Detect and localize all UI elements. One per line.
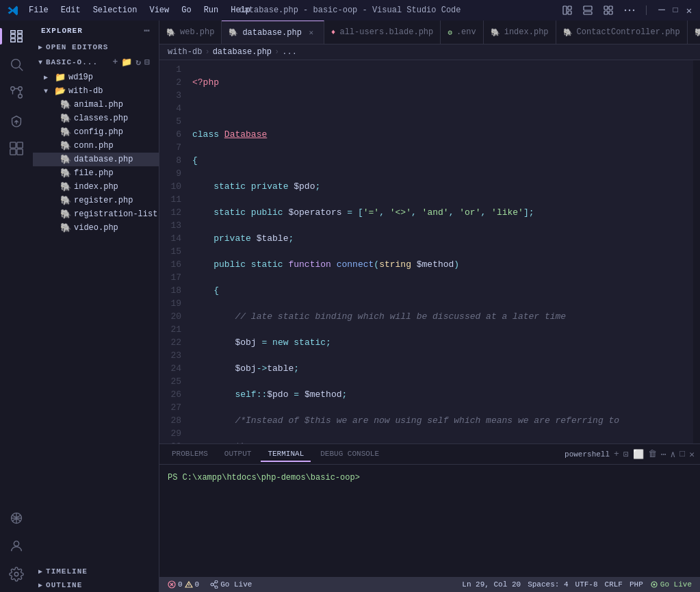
editor-scroll[interactable]: 1 2 3 4 5 6 7 8 9 10 11 12 13 14 15 16 (159, 60, 700, 443)
status-errors[interactable]: 0 0 (165, 577, 202, 592)
activity-extensions[interactable] (4, 136, 29, 161)
tab-web-php[interactable]: 🐘 web.php (159, 21, 222, 44)
activity-debug[interactable] (4, 108, 29, 133)
menu-edit[interactable]: Edit (55, 4, 86, 16)
tab-close-database[interactable]: ✕ (306, 27, 317, 38)
status-position[interactable]: Ln 29, Col 20 (459, 580, 523, 589)
status-spaces[interactable]: Spaces: 4 (525, 580, 571, 589)
title-bar: File Edit Selection View Go Run Help dat… (0, 0, 700, 21)
menu-run[interactable]: Run (198, 4, 224, 16)
svg-point-30 (215, 586, 218, 589)
status-bar: 0 0 Go Live Ln 29, Col 20 Spaces: 4 UTF-… (159, 577, 700, 592)
tab-all-users-blade[interactable]: ♦ all-users.blade.php (324, 21, 441, 44)
minimize-icon[interactable] (583, 5, 593, 15)
line-numbers: 1 2 3 4 5 6 7 8 9 10 11 12 13 14 15 16 (159, 60, 187, 443)
tree-item-config[interactable]: 🐘 config.php (33, 125, 159, 139)
tree-item-index[interactable]: 🐘 index.php (33, 180, 159, 194)
breadcrumb: with-db › database.php › ... (159, 44, 700, 60)
more-icon[interactable] (624, 5, 635, 15)
tab-userp[interactable]: 🐘 UserP (688, 21, 700, 44)
collapse-btn[interactable]: ⊟ (144, 57, 151, 68)
svg-rect-3 (584, 6, 592, 10)
code-content[interactable]: <?php class Database { static private $p… (187, 60, 693, 443)
status-encoding[interactable]: UTF-8 (573, 580, 601, 589)
activity-account[interactable] (4, 534, 29, 558)
activity-explorer[interactable] (4, 24, 29, 49)
tree-item-file[interactable]: 🐘 file.php (33, 166, 159, 180)
tab-index-php[interactable]: 🐘 index.php (484, 21, 556, 44)
activity-search[interactable] (4, 52, 29, 77)
tree-item-register[interactable]: 🐘 register.php (33, 194, 159, 207)
timeline-section[interactable]: ▶ Timeline (33, 565, 159, 578)
warning-count: 0 (195, 580, 200, 589)
layout-icon[interactable] (562, 5, 572, 15)
panel-tab-output[interactable]: OUTPUT (218, 447, 259, 462)
svg-point-15 (18, 94, 23, 99)
panel-close-icon[interactable]: ✕ (689, 449, 695, 460)
close-window-button[interactable]: ✕ (685, 6, 693, 14)
delete-terminal-icon[interactable]: 🗑 (648, 449, 657, 459)
breadcrumb-with-db[interactable]: with-db (168, 47, 202, 57)
tile-icon[interactable] (604, 5, 613, 15)
tab-database-php[interactable]: 🐘 database.php ✕ (222, 21, 324, 44)
status-live-share[interactable]: Go Live (207, 577, 255, 592)
outline-section[interactable]: ▶ Outline (33, 578, 159, 592)
open-editors-section[interactable]: ▶ Open Editors (33, 40, 159, 54)
app: Explorer ⋯ ▶ Open Editors ▼ BASIC-O... +… (0, 21, 700, 592)
panel-tab-problems[interactable]: PROBLEMS (165, 447, 215, 462)
tree-item-conn[interactable]: 🐘 conn.php (33, 139, 159, 153)
minimize-window-button[interactable]: ─ (658, 6, 666, 14)
tree-item-video[interactable]: 🐘 video.php (33, 221, 159, 235)
terminal-text: PS C:\xampp\htdocs\php-demos\basic-oop> (168, 472, 360, 484)
spaces-text: Spaces: 4 (528, 580, 568, 589)
status-go-live[interactable]: Go Live (647, 580, 695, 589)
tab-env[interactable]: ⚙ .env (441, 21, 483, 44)
panel-maximize-icon[interactable]: □ (679, 449, 685, 459)
tree-item-classes[interactable]: 🐘 classes.php (33, 112, 159, 125)
svg-point-12 (12, 60, 21, 68)
go-live-label: Go Live (660, 580, 692, 589)
panel-more-icon[interactable]: ⋯ (661, 449, 666, 460)
tab-contactcontroller[interactable]: 🐘 ContactController.php (556, 21, 688, 44)
title-bar-title: database.php - basic-oop - Visual Studio… (239, 5, 461, 15)
menu-file[interactable]: File (23, 4, 54, 16)
breadcrumb-database-php[interactable]: database.php (213, 47, 272, 57)
panel-tab-terminal[interactable]: TERMINAL (261, 447, 311, 462)
refresh-btn[interactable]: ↻ (135, 57, 142, 68)
split-terminal-icon[interactable]: ⊡ (623, 449, 629, 460)
status-language[interactable]: PHP (627, 580, 646, 589)
project-section[interactable]: ▼ BASIC-O... + 📁 ↻ ⊟ (33, 54, 159, 70)
svg-rect-20 (17, 149, 23, 155)
status-line-ending[interactable]: CRLF (602, 580, 625, 589)
live-share-label: Go Live (220, 580, 252, 589)
breadcrumb-ellipsis[interactable]: ... (282, 47, 297, 57)
new-file-icon[interactable]: ⋯ (144, 25, 151, 36)
svg-line-13 (19, 67, 23, 70)
tree-item-registration[interactable]: 🐘 registration-list... (33, 207, 159, 221)
breadcrumb-sep-2: › (274, 47, 279, 57)
activity-remote[interactable] (4, 506, 29, 530)
new-file-btn[interactable]: + (113, 57, 119, 68)
panel-tab-debug-console[interactable]: DEBUG CONSOLE (313, 447, 386, 462)
svg-rect-5 (604, 6, 608, 10)
tree-item-with-db[interactable]: ▼ 📂 with-db (33, 84, 159, 98)
add-terminal-icon[interactable]: + (614, 449, 619, 459)
tree-item-database[interactable]: 🐘 database.php (33, 153, 159, 166)
svg-point-11 (633, 10, 634, 11)
maximize-window-button[interactable]: □ (671, 6, 679, 14)
menu-view[interactable]: View (144, 4, 174, 16)
title-bar-controls: ─ □ ✕ (562, 5, 693, 15)
tree-item-animal[interactable]: 🐘 animal.php (33, 98, 159, 112)
open-editors-label: Open Editors (46, 43, 108, 51)
menu-selection[interactable]: Selection (88, 4, 143, 16)
svg-point-23 (14, 572, 18, 576)
tree-item-wd19p[interactable]: ▶ 📁 wd19p (33, 70, 159, 84)
panel-layout-icon[interactable]: ⬜ (633, 449, 644, 460)
svg-point-34 (653, 584, 655, 586)
panel-collapse-icon[interactable]: ∧ (671, 449, 676, 460)
activity-source-control[interactable] (4, 80, 29, 105)
new-folder-btn[interactable]: 📁 (121, 57, 133, 68)
activity-settings[interactable] (4, 562, 29, 587)
file-tree: ▶ 📁 wd19p ▼ 📂 with-db 🐘 animal.php 🐘 cla… (33, 70, 159, 235)
menu-go[interactable]: Go (176, 4, 196, 16)
